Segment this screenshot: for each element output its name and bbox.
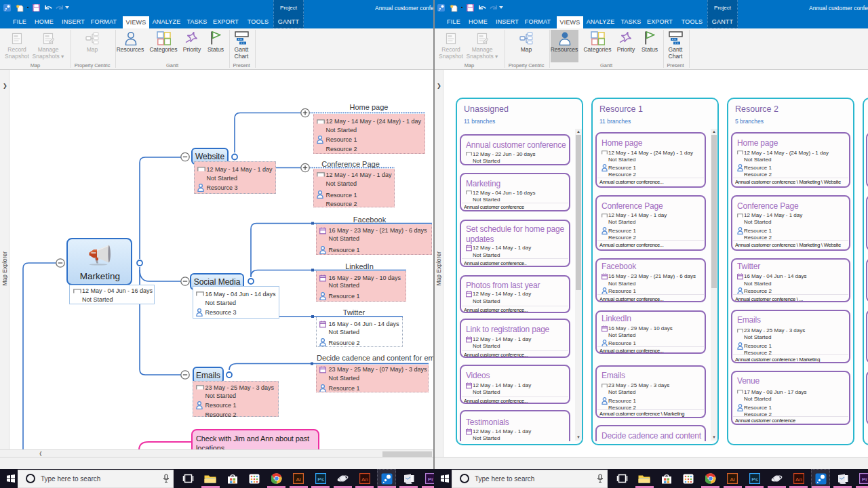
svg-text:An: An (361, 476, 368, 483)
svg-text:Ai: Ai (296, 476, 300, 483)
svg-text:Pr: Pr (862, 476, 867, 483)
svg-text:Pr: Pr (428, 476, 433, 483)
svg-text:An: An (795, 476, 802, 483)
svg-text:Ai: Ai (730, 476, 734, 483)
svg-text:Ps: Ps (317, 476, 323, 483)
svg-text:Ps: Ps (751, 476, 757, 483)
